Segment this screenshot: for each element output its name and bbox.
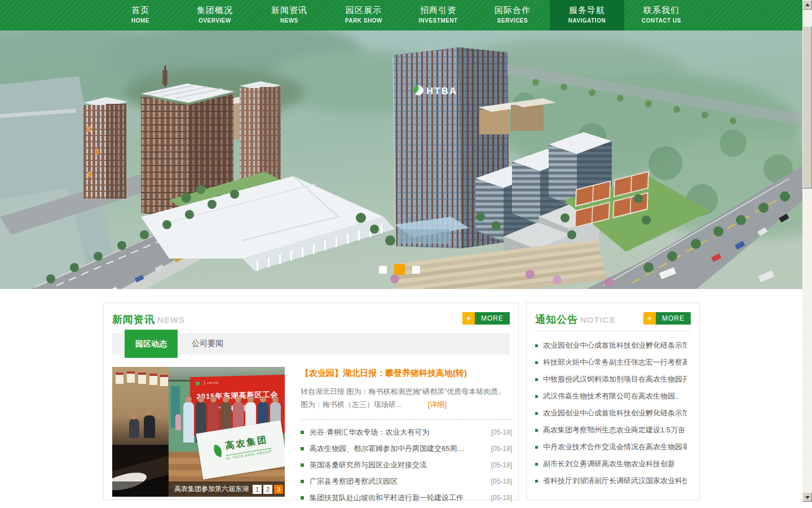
hero-banner: HTBA [0, 30, 802, 289]
news-date: [05-18] [491, 445, 512, 453]
bullet-icon [535, 480, 538, 483]
news-date: [05-18] [491, 494, 512, 502]
news-title-zh: 新闻资讯 [112, 314, 155, 325]
nav-item-news[interactable]: 新闻资讯 NEWS [252, 0, 326, 30]
news-more-button[interactable]: + MORE [462, 312, 510, 325]
carousel-dot-2-active[interactable] [394, 264, 405, 275]
notice-link[interactable]: 高农集团考察鄂州生态农业商定建设1.5万亩 [543, 425, 685, 435]
photo-decor [196, 381, 200, 385]
more-label: MORE [656, 312, 691, 325]
nav-item-navigation[interactable]: 服务导航 NAVIGATION [550, 0, 624, 30]
notice-panel-title: 通知公告NOTICE [535, 310, 616, 326]
notice-link[interactable]: 副市长刘立勇调研高农生物农业科技创新 [543, 459, 675, 469]
carousel-dot-1[interactable] [379, 266, 387, 274]
news-tabbar: 园区动态 公司要闻 [112, 333, 510, 354]
featured-news-title[interactable]: 【农业园】湖北日报：攀登养猪科技高地(转) [301, 368, 512, 379]
nav-item-home[interactable]: 首页 HOME [103, 0, 178, 30]
arrow-down-icon [805, 496, 810, 499]
bullet-icon [535, 446, 538, 449]
bullet-icon [535, 378, 538, 381]
nav-items-container: 首页 HOME 集团概况 OVERVIEW 新闻资讯 NEWS 园区展示 PAR… [103, 0, 700, 30]
bullet-icon [535, 395, 538, 398]
photo-right-scene: vanke 2015年东湖高新区工会 “万科光谷杯” [169, 367, 285, 497]
news-link[interactable]: 英国洛桑研究所与园区企业对接交流 [310, 460, 491, 470]
news-right-column: 【农业园】湖北日报：攀登养猪科技高地(转) 转自湖北日报 图为：梅书棋检测恩施“… [285, 367, 512, 506]
photo-decor [175, 414, 181, 430]
scrollbar-up-button[interactable] [802, 0, 812, 10]
news-list-item: 集团扶贫队赴山坡街和平村进行新一轮建设工作[05-18] [301, 490, 512, 506]
notice-link[interactable]: 中牧股份武汉饲料添加剂项目在高农生物园开..… [543, 374, 687, 384]
scrollbar-down-button[interactable] [802, 492, 812, 502]
notice-panel-header: 通知公告NOTICE + MORE [535, 303, 691, 326]
notice-link[interactable]: 农业园创业中心成首批科技创业孵化链条示范.. [543, 340, 687, 351]
photo-decor [149, 374, 157, 385]
bullet-icon [301, 463, 304, 467]
photo-decor: vanke [196, 380, 246, 386]
photo-decor [204, 381, 205, 386]
photo-page-1[interactable]: 1 [253, 485, 262, 494]
plus-icon: + [462, 312, 475, 325]
notice-list: 农业园创业中心成首批科技创业孵化链条示范.. 科技部火炬中心常务副主任张志宏一行… [535, 337, 691, 489]
notice-more-button[interactable]: + MORE [643, 312, 691, 325]
nav-item-services[interactable]: 国际合作 SERVICES [475, 0, 550, 30]
scrollbar-thumb[interactable] [802, 26, 812, 189]
photo-page-2[interactable]: 2 [263, 485, 272, 494]
photo-page-3-active[interactable]: 3 [274, 485, 283, 494]
scrollbar-gap [802, 502, 812, 508]
featured-news-excerpt: 转自湖北日报 图为：梅书棋检测恩施“硒都黑”优质母本猪肉质。 图为：梅书棋（左三… [301, 386, 512, 411]
news-link[interactable]: 集团扶贫队赴山坡街和平村进行新一轮建设工作 [310, 493, 491, 503]
tab-company-news[interactable]: 公司要闻 [192, 339, 223, 349]
news-link[interactable]: 光谷·青桐汇华农专场：农业大有可为 [310, 427, 491, 437]
nav-item-contact[interactable]: 联系我们 CONTACT US [624, 0, 699, 30]
htba-logo-text: HTBA [426, 86, 457, 97]
news-panel-header: 新闻资讯NEWS + MORE [112, 303, 510, 326]
nav-item-overview[interactable]: 集团概况 OVERVIEW [178, 0, 252, 30]
notice-link[interactable]: 武汉伟嘉生物技术有限公司在高农生物园.. [543, 391, 679, 401]
campus-render-image: HTBA [0, 30, 802, 289]
notice-list-item: 武汉伟嘉生物技术有限公司在高农生物园.. [535, 388, 691, 405]
notice-list-item: 高农集团考察鄂州生态农业商定建设1.5万亩 [535, 422, 691, 439]
news-list-item: 光谷·青桐汇华农专场：农业大有可为[05-18] [301, 424, 512, 441]
more-label: MORE [475, 312, 510, 325]
bullet-icon [535, 412, 538, 415]
bullet-icon [535, 361, 538, 364]
carousel-dots [379, 264, 427, 277]
notice-link[interactable]: 中丹农业技术合作交流会情况在高农生物园举 [543, 442, 687, 452]
news-photo[interactable]: vanke 2015年东湖高新区工会 “万科光谷杯” [112, 367, 285, 497]
nav-label-zh: 联系我们 [624, 5, 699, 16]
nav-label-en: HOME [103, 17, 178, 24]
photo-caption-text: 高农集团参加第六届东湖 [174, 485, 249, 493]
nav-label-en: OVERVIEW [178, 17, 252, 24]
tab-park-news[interactable]: 园区动态 [125, 330, 178, 358]
nav-label-en: CONTACT US [624, 17, 699, 24]
news-list-item: 广宗县考察团考察武汉园区[05-18] [301, 474, 512, 490]
notice-title-en: NOTICE [580, 315, 616, 325]
nav-label-en: PARK SHOW [326, 17, 401, 24]
nav-label-zh: 新闻资讯 [252, 5, 326, 16]
notice-list-item: 农业园创业中心成首批科技创业孵化链条示范.. [535, 337, 691, 354]
photo-decor [116, 373, 123, 384]
news-link[interactable]: 广宗县考察团考察武汉园区 [310, 476, 491, 487]
bullet-icon [301, 447, 304, 450]
nav-item-investment[interactable]: 招商引资 INVESTMENT [401, 0, 475, 30]
vertical-scrollbar[interactable] [802, 0, 812, 508]
notice-list-item: 省科技厅刘望清副厅长调研武汉国家农业科技.. [535, 472, 691, 489]
photo-decor [127, 371, 135, 383]
notice-link[interactable]: 省科技厅刘望清副厅长调研武汉国家农业科技.. [543, 476, 687, 486]
notice-list-item: 农业园创业中心成首批科技创业孵化链条示范 [535, 405, 691, 422]
notice-title-zh: 通知公告 [535, 314, 578, 325]
nav-label-en: SERVICES [475, 17, 550, 24]
carousel-dot-3[interactable] [412, 266, 420, 274]
nav-item-park-show[interactable]: 园区展示 PARK SHOW [326, 0, 401, 30]
bullet-icon [301, 431, 304, 434]
banner-brand: vanke [207, 381, 219, 385]
photo-decor [131, 414, 136, 419]
notice-link[interactable]: 科技部火炬中心常务副主任张志宏一行考察高.. [543, 357, 687, 367]
detail-link[interactable]: [详细] [428, 400, 447, 409]
plus-icon: + [643, 312, 656, 325]
news-main: vanke 2015年东湖高新区工会 “万科光谷杯” [112, 367, 510, 506]
notice-link[interactable]: 农业园创业中心成首批科技创业孵化链条示范 [543, 408, 687, 418]
news-link[interactable]: 高农生物园、都尔霍姆参加中丹两国建交65周… [310, 444, 491, 454]
nav-label-zh: 招商引资 [401, 5, 475, 16]
nav-label-zh: 园区展示 [326, 5, 401, 16]
